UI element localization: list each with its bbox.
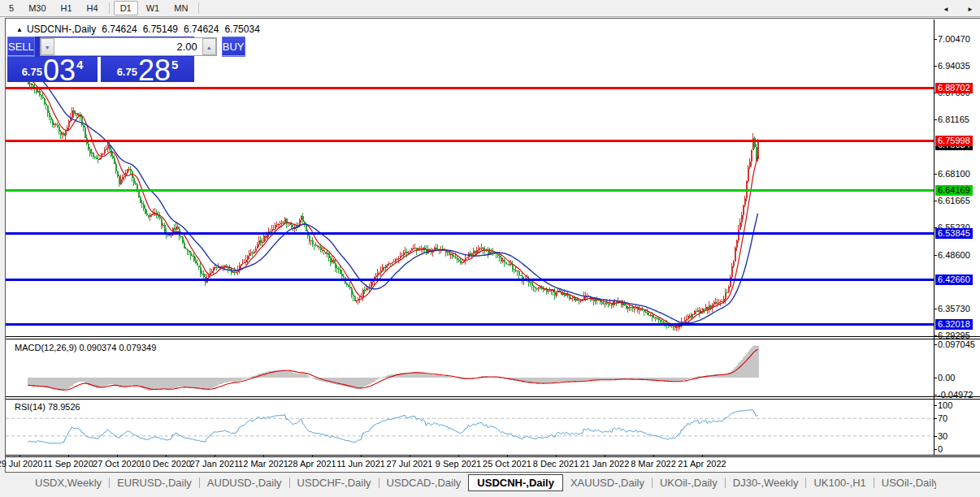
macd-tick-label: -0.04972 (938, 390, 973, 400)
symbol-tab-usdcnh-daily[interactable]: USDCNH-,Daily (468, 474, 563, 491)
rsi-tick-mark (934, 449, 937, 450)
time-axis[interactable]: 29 Jul 202011 Sep 202027 Oct 202010 Dec … (6, 457, 980, 472)
buy-price-prefix: 6.75 (117, 66, 137, 78)
volume-decrease-icon[interactable]: ▼ (41, 38, 54, 55)
date-tick-label: 11 Jun 2021 (336, 459, 385, 469)
rsi-tick-label: 30 (938, 431, 947, 441)
date-tick-label: 28 Apr 2021 (288, 459, 336, 469)
rsi-tick-label: 70 (938, 413, 947, 423)
symbol-tab-usdchf-daily[interactable]: USDCHF-,Daily (290, 474, 379, 491)
date-tick-label: 8 Dec 2021 (533, 459, 579, 469)
price-tick-mark (934, 309, 937, 309)
volume-input[interactable] (54, 38, 202, 55)
level-price-badge: 6.88702 (935, 83, 973, 93)
timeframe-button-mn[interactable]: MN (167, 1, 194, 15)
date-tick-label: 21 Jan 2022 (580, 459, 630, 469)
symbol-tabbar: USDX,WeeklyEURUSD-,DailyAUDUSD-,DailyUSD… (0, 473, 980, 492)
volume-increase-icon[interactable]: ▲ (202, 38, 216, 55)
symbol-tab-usdx-weekly[interactable]: USDX,Weekly (28, 474, 109, 491)
date-tick-mark (117, 455, 118, 457)
tab-scroll-left-icon[interactable]: ◄ (943, 6, 949, 13)
price-tick-label: 6.48600 (938, 250, 970, 260)
date-tick-mark (605, 455, 605, 457)
toolbar-separator (198, 2, 199, 14)
one-click-trading-panel: SELL ▼ ▲ BUY 6.75034 6.75285 (7, 37, 194, 82)
date-tick-label: 25 Oct 2021 (483, 459, 531, 469)
ohlc-low: 6.74624 (184, 24, 219, 35)
sell-price-pip: 4 (76, 58, 83, 71)
rsi-tick-label: 0 (938, 444, 943, 454)
chart-title: ▲ USDCNH-,Daily 6.74624 6.75149 6.74624 … (16, 24, 260, 35)
date-tick-mark (410, 455, 410, 457)
symbol-tab-uk100-h1[interactable]: UK100-,H1 (806, 474, 873, 491)
date-tick-label: 29 Jul 2020 (0, 459, 42, 469)
buy-price-display[interactable]: 6.75285 (101, 57, 194, 82)
price-tick-label: 6.35730 (938, 304, 970, 313)
symbol-tabs: USDX,WeeklyEURUSD-,DailyAUDUSD-,DailyUSD… (28, 473, 936, 492)
ohlc-high: 6.75149 (143, 24, 178, 35)
date-tick-mark (68, 455, 69, 457)
price-tick-mark (934, 119, 937, 120)
macd-tick-label: 0.097045 (938, 339, 975, 349)
date-tick-mark (458, 455, 459, 457)
date-tick-mark (20, 455, 20, 457)
date-tick-mark (702, 455, 703, 457)
sell-price-prefix: 6.75 (22, 66, 42, 78)
price-tick-mark (934, 335, 937, 336)
rsi-tick-label: 100 (938, 400, 952, 410)
date-tick-label: 27 Jul 2021 (387, 459, 433, 469)
macd-tick-mark (934, 378, 937, 378)
date-tick-label: 12 Mar 2021 (238, 459, 288, 469)
date-tick-mark (556, 455, 557, 457)
buy-button[interactable]: BUY (222, 37, 245, 57)
date-tick-mark (263, 455, 264, 457)
symbol-tab-ukoil-daily[interactable]: UKOil-,Daily (653, 474, 725, 491)
ohlc-open: 6.74624 (102, 24, 137, 35)
date-tick-label: 9 Sep 2021 (436, 459, 481, 469)
price-tick-mark (934, 39, 937, 40)
collapse-panel-icon[interactable]: ▲ (16, 26, 23, 33)
date-tick-label: 27 Jan 2021 (190, 459, 240, 469)
price-tick-mark (934, 174, 937, 175)
date-tick-label: 21 Apr 2022 (678, 459, 726, 469)
level-price-badge: 6.53845 (935, 228, 973, 239)
toolbar-separator (109, 2, 110, 14)
date-tick-mark (312, 455, 313, 457)
date-tick-mark (653, 455, 654, 457)
tab-scroll-right-icon[interactable]: ► (967, 6, 973, 13)
sell-button[interactable]: SELL (7, 37, 35, 57)
rsi-tick-mark (934, 405, 937, 406)
symbol-tab-audusd-daily[interactable]: AUDUSD-,Daily (200, 474, 289, 491)
timeframe-button-h4[interactable]: H4 (80, 1, 105, 15)
symbol-tab-xauusd-daily[interactable]: XAUUSD-,Daily (563, 474, 652, 491)
rsi-tick-mark (934, 418, 937, 419)
date-tick-mark (166, 455, 167, 457)
macd-tick-label: 0.00 (938, 373, 955, 382)
date-tick-label: 10 Dec 2020 (141, 459, 191, 469)
symbol-tab-dj30-weekly[interactable]: DJ30-,Weekly (726, 474, 806, 491)
sell-price-display[interactable]: 6.75034 (7, 57, 98, 82)
rsi-chart[interactable] (6, 400, 980, 455)
symbol-tab-eurusd-daily[interactable]: EURUSD-,Daily (110, 474, 199, 491)
symbol-tab-usoil-daily[interactable]: USOil-,Daily (874, 474, 936, 491)
timeframe-button-w1[interactable]: W1 (140, 1, 167, 15)
date-tick-mark (361, 455, 362, 457)
date-tick-mark (507, 455, 508, 457)
price-tick-mark (934, 201, 937, 201)
timeframe-button-5[interactable]: 5 (2, 1, 20, 15)
macd-tick-mark (934, 344, 937, 345)
timeframe-button-d1[interactable]: D1 (114, 1, 138, 15)
chart-symbol-period: USDCNH-,Daily (27, 24, 96, 35)
rsi-tick-mark (934, 436, 937, 437)
sell-price-main: 03 (43, 59, 76, 81)
date-tick-label: 27 Oct 2020 (93, 459, 141, 469)
buy-price-pip: 5 (171, 58, 178, 71)
chart-window: 7.004706.940356.876006.811656.681006.616… (5, 18, 980, 473)
price-tick-label: 7.00470 (938, 34, 970, 44)
volume-stepper: ▼ ▲ (40, 37, 217, 56)
timeframe-button-m30[interactable]: M30 (22, 1, 52, 15)
timeframe-button-h1[interactable]: H1 (54, 1, 79, 15)
level-price-badge: 6.42660 (935, 274, 973, 285)
ohlc-close: 6.75034 (224, 24, 259, 35)
symbol-tab-usdcad-daily[interactable]: USDCAD-,Daily (379, 474, 469, 491)
